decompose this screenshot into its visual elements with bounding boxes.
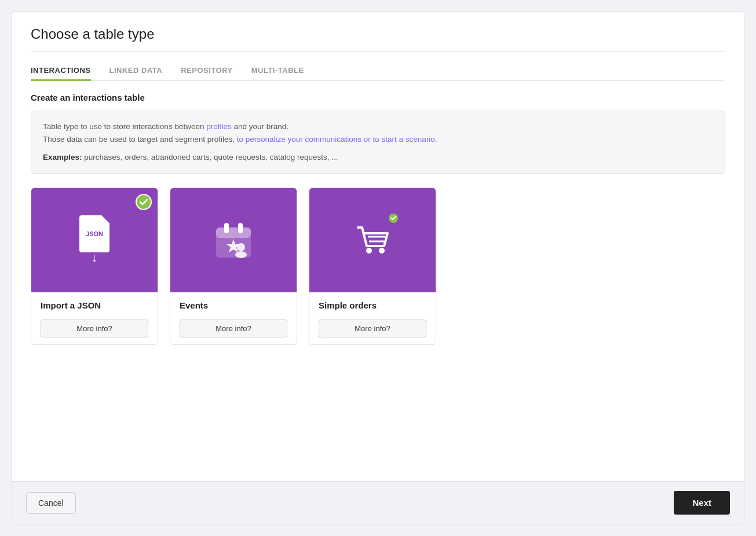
main-container: Choose a table type INTERACTIONS LINKED …: [12, 12, 744, 524]
svg-point-10: [379, 248, 385, 254]
info-line1: Table type to use to store interactions …: [43, 120, 713, 145]
personalize-link: to personalize your communications or to…: [237, 135, 437, 144]
title-divider: [31, 52, 725, 52]
card-body-simple-orders: Simple orders More info?: [309, 292, 436, 344]
profiles-link: profiles: [206, 122, 232, 131]
cart-svg-icon: [349, 216, 396, 262]
page-title: Choose a table type: [31, 26, 725, 42]
more-info-button-simple-orders[interactable]: More info?: [319, 320, 426, 337]
card-title-events: Events: [180, 300, 287, 310]
json-paper: JSON: [79, 215, 109, 252]
json-icon: JSON ↓: [79, 215, 109, 265]
footer-bar: Cancel Next: [12, 481, 744, 524]
svg-rect-1: [216, 227, 251, 238]
cards-row: JSON ↓ Import a JSON More info?: [31, 188, 725, 345]
info-box: Table type to use to store interactions …: [31, 111, 725, 174]
more-info-button-events[interactable]: More info?: [180, 320, 287, 337]
examples-label: Examples:: [43, 153, 82, 161]
cart-icon-wrap: [349, 216, 396, 265]
cancel-button[interactable]: Cancel: [26, 492, 76, 514]
card-simple-orders[interactable]: Simple orders More info?: [309, 188, 436, 345]
examples-line: Examples: purchases, orders, abandoned c…: [43, 151, 713, 164]
card-image-simple-orders: [309, 188, 436, 292]
cart-check-icon: [388, 212, 399, 224]
card-title-import-json: Import a JSON: [41, 300, 148, 310]
svg-rect-3: [238, 223, 243, 233]
tab-repository[interactable]: REPOSITORY: [181, 61, 233, 81]
tab-interactions[interactable]: INTERACTIONS: [31, 61, 91, 81]
card-image-import-json: JSON ↓: [31, 188, 158, 292]
svg-point-9: [366, 248, 372, 254]
card-body-events: Events More info?: [170, 292, 297, 344]
section-title: Create an interactions table: [31, 93, 725, 102]
selected-check-icon: [136, 194, 152, 210]
svg-point-6: [235, 251, 247, 258]
card-import-json[interactable]: JSON ↓ Import a JSON More info?: [31, 188, 158, 345]
events-calendar-icon: [210, 217, 257, 263]
card-image-events: [170, 188, 297, 292]
svg-rect-2: [224, 223, 229, 233]
next-button[interactable]: Next: [674, 491, 730, 515]
more-info-button-import-json[interactable]: More info?: [41, 320, 148, 337]
svg-point-5: [237, 243, 245, 251]
card-title-simple-orders: Simple orders: [319, 300, 426, 310]
card-events[interactable]: Events More info?: [170, 188, 297, 345]
tab-multi-table[interactable]: MULTI-TABLE: [251, 61, 304, 81]
card-body-import-json: Import a JSON More info?: [31, 292, 158, 344]
tab-linked-data[interactable]: LINKED DATA: [109, 61, 163, 81]
examples-text: purchases, orders, abandoned carts, quot…: [84, 153, 338, 161]
tab-bar: INTERACTIONS LINKED DATA REPOSITORY MULT…: [31, 61, 725, 81]
